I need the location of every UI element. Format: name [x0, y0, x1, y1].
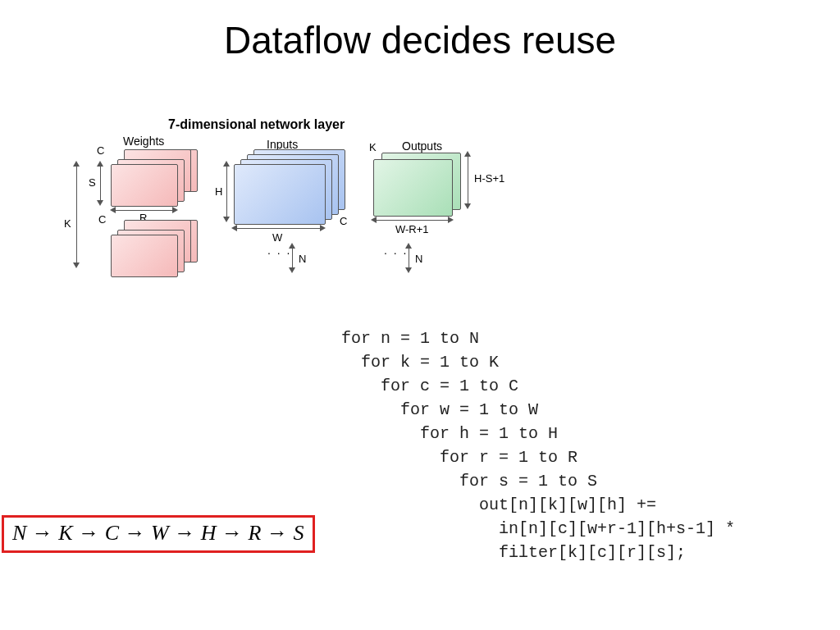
inputs-dim-h: H: [215, 185, 222, 198]
outputs-dim-k: K: [369, 141, 377, 153]
weights-stack: [111, 149, 201, 207]
inputs-dim-n: N: [299, 253, 306, 265]
weights-stack-2: [111, 220, 201, 277]
order-h: H: [201, 521, 217, 545]
tensor-diagram: Weights C S K R C Inputs H W C: [74, 131, 533, 304]
outputs-dim-h: H-S+1: [474, 172, 504, 185]
weights-dim-c: C: [97, 144, 104, 157]
outputs-dim-n: N: [415, 253, 422, 265]
order-r: R: [248, 521, 261, 545]
loop-order-box: N→K→C→W→H→R→S: [2, 515, 315, 553]
outputs-dim-w: W-R+1: [395, 223, 429, 235]
order-n: N: [12, 521, 27, 545]
weights-dim-c2: C: [98, 213, 106, 226]
inputs-dim-c: C: [340, 215, 347, 227]
order-s: S: [293, 521, 304, 545]
slide-title: Dataflow decides reuse: [0, 18, 840, 62]
weights-dim-k: K: [64, 217, 71, 230]
outputs-title: Outputs: [402, 139, 442, 153]
loop-code: for n = 1 to N for k = 1 to K for c = 1 …: [341, 326, 735, 564]
order-c: C: [105, 521, 120, 545]
outputs-stack: [373, 153, 480, 222]
inputs-dim-w: W: [272, 231, 282, 244]
weights-dim-s: S: [89, 176, 96, 189]
order-k: K: [58, 521, 73, 545]
order-w: W: [151, 521, 169, 545]
diagram-caption: 7-dimensional network layer: [168, 117, 345, 132]
weights-title: Weights: [123, 135, 164, 148]
inputs-stack: [234, 149, 357, 227]
